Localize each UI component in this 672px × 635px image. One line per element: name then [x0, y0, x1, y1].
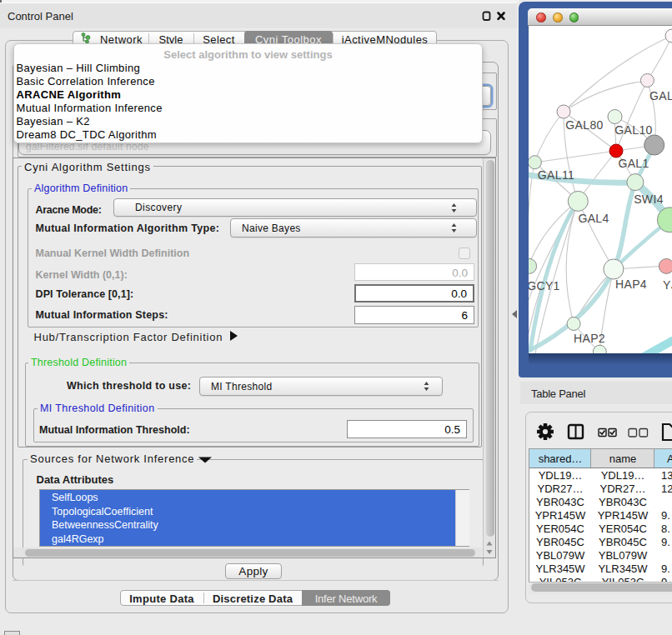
svg-text:GAL80: GAL80: [565, 118, 603, 132]
svg-text:SWI4: SWI4: [634, 192, 664, 206]
svg-text:GAL2: GAL2: [649, 89, 672, 102]
svg-text:GAL10: GAL10: [614, 123, 652, 137]
svg-text:GCY1: GCY1: [529, 279, 560, 292]
svg-text:YJ: YJ: [663, 278, 672, 292]
svg-text:HAP4: HAP4: [615, 278, 647, 291]
svg-text:GAL4: GAL4: [578, 212, 609, 225]
svg-text:HAP2: HAP2: [574, 332, 605, 345]
svg-text:GAL1: GAL1: [618, 157, 649, 170]
svg-text:GAL11: GAL11: [538, 168, 574, 182]
